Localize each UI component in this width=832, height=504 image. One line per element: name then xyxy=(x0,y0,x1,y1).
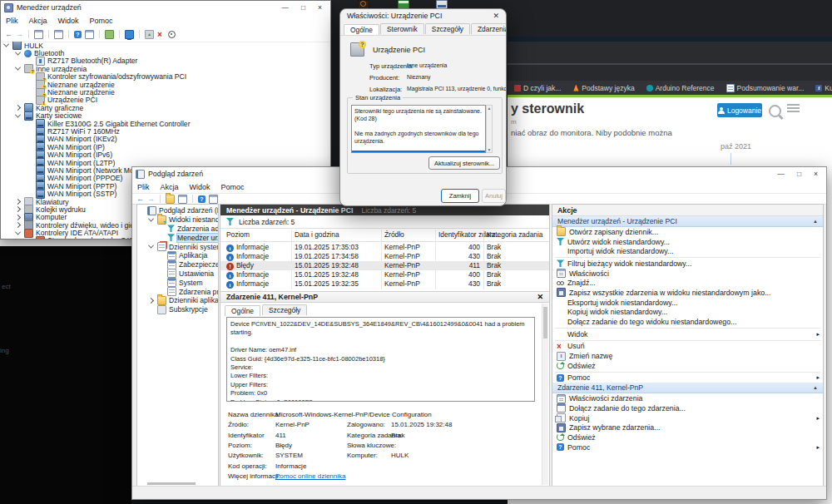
column-header-źródło[interactable]: Źródło xyxy=(384,230,404,239)
column-header-data-i-godzina[interactable]: Data i godzina xyxy=(295,230,339,239)
tree-item[interactable]: Widoki niestandardowe xyxy=(137,215,218,225)
menu-item-pomoc[interactable]: Pomoc xyxy=(90,17,113,25)
menu-item-plik[interactable]: Plik xyxy=(137,183,150,191)
event-row[interactable]: Informacje19.01.2025 17:34:58Kernel-PnP4… xyxy=(220,252,549,261)
close-button[interactable]: × xyxy=(814,170,818,178)
column-header-kategoria-zadania[interactable]: Kategoria zadania xyxy=(487,230,543,239)
tree-item[interactable]: WAN Miniport (L2TP) xyxy=(1,159,330,166)
tree-item[interactable]: HULK xyxy=(1,42,330,49)
close-icon[interactable]: ✕ xyxy=(537,293,543,301)
bookmark-d-czyli-jak[interactable]: D czyli jak... xyxy=(514,84,561,92)
tree-item[interactable]: Subskrypcje xyxy=(137,305,218,314)
tab-ogólne[interactable]: Ogólne xyxy=(344,24,379,35)
device-status-text[interactable]: Sterowniki tego urządzenia nie są zainst… xyxy=(351,105,486,153)
action-item-eksportuj-widok-niestandardowy[interactable]: Eksportuj widok niestandardowy... xyxy=(552,298,823,308)
actions-section-header[interactable]: Menedżer urządzeń - Urządzenie PCI▲ xyxy=(552,216,823,227)
tree-item[interactable]: Ustawienia xyxy=(137,269,218,279)
tree-item[interactable]: Nieznane urządzenie xyxy=(1,88,330,96)
chevron-down-icon[interactable] xyxy=(15,49,21,55)
action-item-importuj-widok-niestandardowy[interactable]: Importuj widok niestandardowy... xyxy=(552,246,823,256)
open-folder-icon[interactable] xyxy=(166,195,175,204)
action-item-otwórz-zapisany-dziennik[interactable]: Otwórz zapisany dziennik... xyxy=(552,227,823,237)
menu-item-widok[interactable]: Widok xyxy=(58,17,79,25)
tree-item[interactable]: RZ717 Bluetooth(R) Adapter xyxy=(1,57,330,65)
chevron-right-icon[interactable] xyxy=(15,222,21,228)
chevron-right-icon[interactable] xyxy=(15,105,21,111)
tree-item[interactable]: Zabezpieczenia xyxy=(137,260,218,269)
tree-item[interactable]: Bluetooth xyxy=(1,49,330,57)
column-header-poziom[interactable]: Poziom xyxy=(226,230,250,239)
collapse-icon[interactable]: ▲ xyxy=(813,219,818,224)
tab-szczegóły[interactable]: Szczegóły xyxy=(425,23,470,34)
forward-icon[interactable] xyxy=(147,195,155,203)
tree-item[interactable]: WAN Miniport (IKEv2) xyxy=(1,136,330,143)
action-item-znajdź[interactable]: Znajdź... xyxy=(552,278,823,288)
menu-item-widok[interactable]: Widok xyxy=(190,183,210,191)
tree-item[interactable]: Karty sieciowe xyxy=(1,112,330,120)
tree-item[interactable]: WAN Miniport (IPv6) xyxy=(1,151,330,158)
action-item-usuń[interactable]: Usuń xyxy=(552,342,823,352)
maximize-button[interactable]: □ xyxy=(301,3,305,12)
bookmark-podsumowanie-war[interactable]: Podsumowanie war... xyxy=(726,84,805,92)
devices-icon[interactable] xyxy=(105,30,114,39)
chevron-down-icon[interactable] xyxy=(15,229,21,235)
tree-item[interactable]: Kontroler szyfrowania/odszyfrowywania PC… xyxy=(1,73,330,81)
event-row[interactable]: Błędy15.01.2025 19:32:48Kernel-PnP411Bra… xyxy=(220,261,549,270)
action-item-utwórz-widok-niestandardowy[interactable]: Utwórz widok niestandardowy... xyxy=(552,237,823,247)
scroll-down-icon[interactable]: ▼ xyxy=(487,147,492,152)
tree-item[interactable]: WAN Miniport (IP) xyxy=(1,143,330,151)
bookmark-podstawy-języka[interactable]: Podstawy języka xyxy=(572,84,634,92)
menu-item-akcja[interactable]: Akcja xyxy=(161,183,179,191)
tree-item[interactable]: Urządzenie PCI xyxy=(1,96,330,104)
bookmark-kurs-arduino-#2[interactable]: Kurs Arduino - #2 -... xyxy=(815,84,832,92)
action-item-właściwości[interactable]: Właściwości xyxy=(552,269,823,279)
close-icon[interactable]: ✕ xyxy=(493,12,499,20)
action-item-filtruj-bieżący-widok-niestandardowy[interactable]: Filtruj bieżący widok niestandardowy... xyxy=(552,259,823,269)
tree-item[interactable]: Dzienniki aplikacji i usług xyxy=(137,296,218,305)
event-row[interactable]: Informacje15.01.2025 19:32:48Kernel-PnP4… xyxy=(220,270,549,279)
action-item-widok[interactable]: Widok▸ xyxy=(552,329,823,339)
action-item-kopiuj-widok-niestandardowy[interactable]: Kopiuj widok niestandardowy... xyxy=(552,308,823,318)
tree-item[interactable]: System xyxy=(137,278,218,287)
tree-item[interactable]: Killer E3100G 2.5 Gigabit Ethernet Contr… xyxy=(1,120,330,127)
tree-item[interactable]: Zdarzenia administracyjn xyxy=(137,225,218,234)
status-scrollbar[interactable]: ▲▼ xyxy=(486,105,493,153)
action-item-dołącz-zadanie-do-tego-zdarzenia[interactable]: Dołącz zadanie do tego zdarzenia... xyxy=(552,403,823,413)
tree-item[interactable]: RZ717 WiFi 7 160MHz xyxy=(1,127,330,135)
help-icon[interactable] xyxy=(198,195,206,203)
maximize-button[interactable]: □ xyxy=(797,170,801,178)
tree-item[interactable]: Menedżer urządzeń - Urz xyxy=(137,233,218,242)
scroll-up-icon[interactable]: ▲ xyxy=(487,106,492,111)
chevron-down-icon[interactable] xyxy=(15,111,21,117)
action-item-zapisz-wybrane-zdarzenia[interactable]: Zapisz wybrane zdarzenia... xyxy=(552,422,823,432)
window-icon[interactable] xyxy=(209,195,218,204)
tab-sterownik[interactable]: Sterownik xyxy=(380,23,424,34)
login-button[interactable]: Logowanie xyxy=(717,103,762,117)
horizontal-scrollbar[interactable] xyxy=(147,482,196,485)
window-icon[interactable] xyxy=(34,30,43,39)
event-description[interactable]: Device PCI\VEN_1022&DEV_14DE&SUBSYS_364E… xyxy=(226,317,535,402)
window-icon[interactable] xyxy=(85,30,94,39)
tree-item[interactable]: Zdarzenia przesyłane dal xyxy=(137,287,218,296)
chevron-down-icon[interactable] xyxy=(3,42,9,47)
chevron-right-icon[interactable] xyxy=(15,215,21,220)
action-item-pomoc[interactable]: Pomoc▸ xyxy=(552,373,823,383)
minimize-button[interactable]: — xyxy=(777,170,785,178)
tree-item[interactable]: Podgląd zdarzeń (Lokalny) xyxy=(137,206,218,215)
chevron-right-icon[interactable] xyxy=(148,298,154,304)
action-item-pomoc[interactable]: Pomoc▸ xyxy=(552,442,823,452)
tree-item[interactable]: Nieznane urządzenie xyxy=(1,81,330,88)
action-item-odśwież[interactable]: Odśwież xyxy=(552,432,823,442)
action-item-dołącz-zadanie-do-tego-widoku-niestandardowego[interactable]: Dołącz zadanie do tego widoku niestandar… xyxy=(552,317,823,327)
chevron-down-icon[interactable] xyxy=(148,243,154,249)
scrollbar-thumb[interactable] xyxy=(543,307,547,338)
actions-section-header[interactable]: Zdarzenie 411, Kernel-PnP▲ xyxy=(552,383,823,393)
event-row[interactable]: Informacje15.01.2025 19:32:35Kernel-PnP4… xyxy=(220,279,549,289)
tree-item[interactable]: Inne urządzenia xyxy=(1,65,330,72)
back-icon[interactable] xyxy=(136,195,144,203)
close-button[interactable]: × xyxy=(318,3,322,12)
help-icon[interactable] xyxy=(74,31,82,38)
vertical-scrollbar[interactable] xyxy=(542,304,548,485)
chevron-down-icon[interactable] xyxy=(148,215,154,221)
tab-zdarzenia[interactable]: Zdarzenia xyxy=(471,23,507,34)
